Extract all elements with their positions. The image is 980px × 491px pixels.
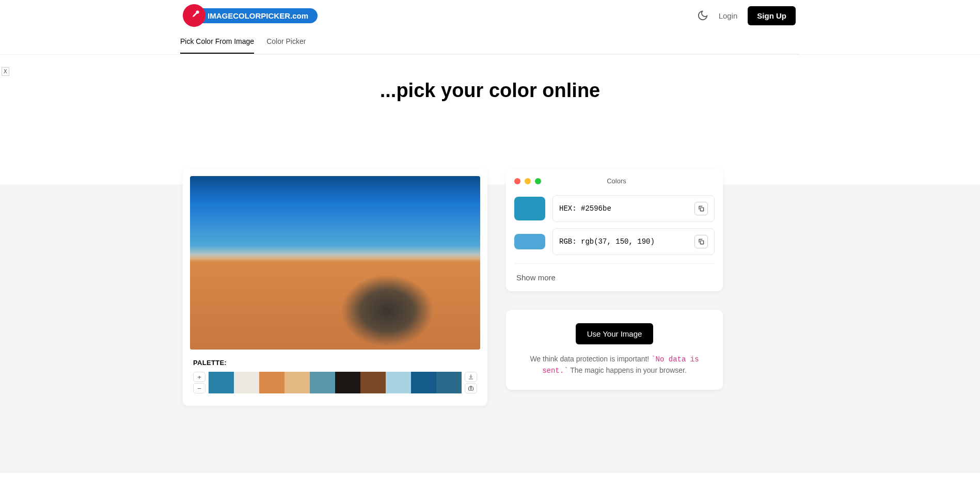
rgb-color-preview[interactable] bbox=[514, 234, 545, 249]
signup-button[interactable]: Sign Up bbox=[748, 6, 796, 25]
swatch[interactable] bbox=[436, 372, 462, 393]
colors-card: Colors HEX: #2596be RGB: rgb(37, 150, 19… bbox=[506, 169, 723, 291]
swatch[interactable] bbox=[310, 372, 335, 393]
rgb-value-field: RGB: rgb(37, 150, 190) bbox=[552, 228, 715, 255]
palette-add-button[interactable]: + bbox=[193, 372, 206, 382]
maximize-dot-icon bbox=[535, 178, 541, 184]
image-picker-card: PALETTE: + − bbox=[183, 169, 487, 406]
palette-label: PALETTE: bbox=[193, 359, 477, 367]
svg-rect-3 bbox=[700, 208, 703, 211]
palette-remove-button[interactable]: − bbox=[193, 383, 206, 393]
eyedropper-icon bbox=[183, 4, 206, 27]
swatch[interactable] bbox=[335, 372, 360, 393]
use-your-image-button[interactable]: Use Your Image bbox=[576, 323, 654, 344]
copy-rgb-button[interactable] bbox=[694, 235, 708, 248]
screenshot-palette-button[interactable] bbox=[465, 383, 477, 393]
palette-swatches bbox=[209, 372, 462, 393]
upload-card: Use Your Image We think data protection … bbox=[506, 310, 723, 390]
hex-value-field: HEX: #2596be bbox=[552, 195, 715, 222]
download-palette-button[interactable] bbox=[465, 372, 477, 382]
swatch[interactable] bbox=[259, 372, 284, 393]
swatch[interactable] bbox=[234, 372, 259, 393]
preview-image[interactable] bbox=[190, 176, 480, 350]
close-ad-button[interactable]: X bbox=[2, 67, 9, 76]
tab-pick-from-image[interactable]: Pick Color From Image bbox=[180, 37, 254, 54]
swatch[interactable] bbox=[360, 372, 386, 393]
show-more-button[interactable]: Show more bbox=[514, 263, 715, 282]
login-link[interactable]: Login bbox=[719, 11, 738, 20]
rgb-label: RGB: bbox=[559, 237, 577, 246]
swatch[interactable] bbox=[284, 372, 310, 393]
copy-hex-button[interactable] bbox=[694, 202, 708, 215]
swatch[interactable] bbox=[209, 372, 234, 393]
brand-name: IMAGECOLORPICKER.com bbox=[195, 8, 318, 23]
nav-tabs: Pick Color From Image Color Picker bbox=[180, 31, 800, 54]
svg-point-0 bbox=[196, 11, 199, 14]
svg-rect-4 bbox=[700, 241, 703, 244]
dark-mode-toggle[interactable] bbox=[697, 10, 708, 21]
hex-value: #2596be bbox=[581, 204, 611, 213]
minimize-dot-icon bbox=[525, 178, 531, 184]
tab-color-picker[interactable]: Color Picker bbox=[266, 37, 306, 54]
rgb-value: rgb(37, 150, 190) bbox=[581, 237, 655, 246]
privacy-text: We think data protection is important! `… bbox=[516, 354, 713, 376]
hex-color-preview[interactable] bbox=[514, 197, 545, 220]
svg-rect-1 bbox=[469, 387, 473, 391]
page-title: ...pick your color online bbox=[0, 80, 980, 102]
swatch[interactable] bbox=[386, 372, 411, 393]
colors-card-title: Colors bbox=[541, 177, 692, 185]
close-dot-icon bbox=[514, 178, 520, 184]
svg-point-2 bbox=[470, 388, 472, 389]
logo[interactable]: IMAGECOLORPICKER.com bbox=[183, 4, 318, 27]
swatch[interactable] bbox=[411, 372, 436, 393]
hex-label: HEX: bbox=[559, 204, 577, 213]
window-controls bbox=[514, 178, 541, 184]
